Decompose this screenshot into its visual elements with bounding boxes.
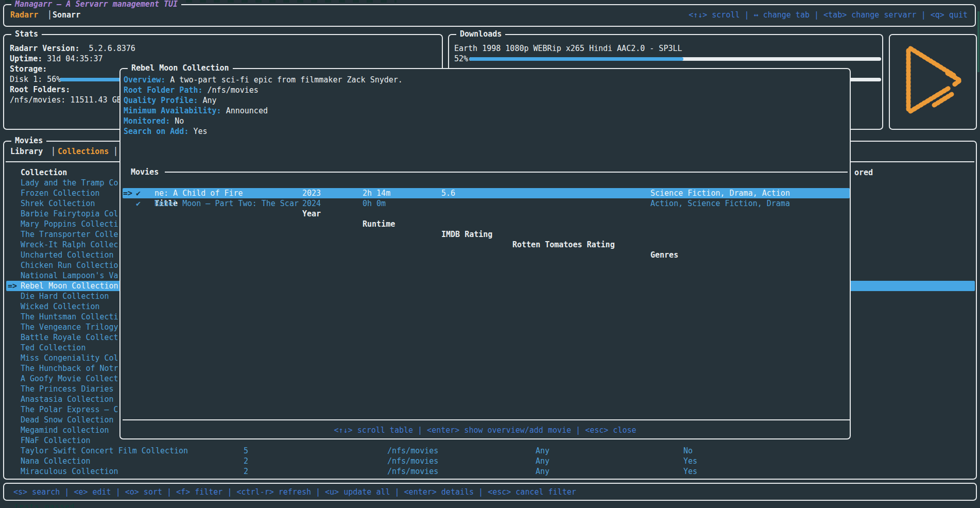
movie-row[interactable]: ✔Rebel Moon – Part Two: The Scar20240h 0…: [121, 198, 850, 209]
app-title: Managarr – A Servarr management TUI: [11, 0, 181, 9]
collection-name: Wicked Collection: [21, 301, 100, 312]
collection-row[interactable]: Taylor Swift Concert Film Collection5/nf…: [4, 446, 976, 456]
collection-column-header: Collection: [21, 167, 67, 178]
collection-quality-profile: Any: [536, 446, 549, 456]
movie-row[interactable]: =>✔ne: A Child of Fire20232h 14m5.6Scien…: [121, 188, 850, 198]
tab-separator: │: [51, 146, 56, 157]
collection-name: Dead Snow Collection: [21, 415, 114, 425]
modal-title: Rebel Moon Collection: [128, 63, 233, 73]
collection-monitored: Yes: [683, 456, 697, 466]
field-label: Root Folder Path:: [124, 86, 203, 95]
collection-field: Overview: A two-part sci-fi epic from fi…: [124, 75, 403, 85]
movie-title: ne: A Child of Fire: [154, 188, 243, 198]
collection-field: Quality Profile: Any: [124, 95, 217, 106]
collection-name: The Transporter Colle: [21, 229, 118, 240]
field-value: Announced: [221, 106, 268, 115]
field-label: Monitored:: [124, 116, 170, 126]
movie-imdb-rating: 5.6: [441, 188, 455, 198]
field-value: Yes: [188, 127, 207, 136]
collection-name: Taylor Swift Concert Film Collection: [21, 446, 188, 456]
collection-name: Rebel Moon Collection: [21, 281, 118, 291]
table-keybind-hints: <s> search | <e> edit | <o> sort | <f> f…: [13, 487, 576, 497]
collection-name: Die Hard Collection: [21, 291, 109, 301]
collection-field: Monitored: No: [124, 116, 184, 126]
collection-name: Megamind collection: [21, 425, 109, 435]
downloads-panel-title: Downloads: [456, 29, 505, 39]
field-label: Quality Profile:: [124, 96, 198, 105]
collection-name: Barbie Fairytopia Col: [21, 209, 118, 219]
collection-name: Frozen Collection: [21, 188, 100, 198]
selection-marker-icon: =>: [123, 188, 132, 198]
collection-row[interactable]: Nana Collection2/nfs/moviesAnyYes: [4, 456, 976, 466]
col-genres: Genres: [650, 250, 678, 260]
radarr-version-label: Radarr Version:: [10, 44, 79, 53]
collection-row[interactable]: Miraculous Collection2/nfs/moviesAnyYes: [4, 466, 976, 477]
collection-monitored: Yes: [683, 466, 697, 477]
tab-sonarr[interactable]: Sonarr: [53, 10, 80, 20]
monitored-check-icon: ✔: [136, 188, 141, 198]
collection-field: Minimum Availability: Announced: [124, 106, 268, 116]
collection-name: The Princess Diaries: [21, 384, 114, 394]
radarr-version: 5.2.6.8376: [89, 44, 135, 53]
radarr-version-value: [79, 44, 89, 53]
col-rotten-tomatoes: Rotten Tomatoes Rating: [512, 240, 615, 250]
monitored-check-icon: ✔: [136, 198, 141, 209]
movie-runtime: 0h 0m: [363, 198, 386, 209]
tab-radarr[interactable]: Radarr: [10, 10, 38, 20]
download-progressbar: [469, 57, 881, 61]
collection-name: The Polar Express – C: [21, 404, 118, 415]
download-progress-fill: [469, 57, 683, 61]
managarr-app: Managarr – A Servarr management TUI Rada…: [0, 0, 980, 508]
modal-table-title: Movies: [131, 167, 159, 177]
global-keybind-hints: <↑↓> scroll | ↔ change tab | <tab> chang…: [689, 10, 968, 20]
field-value: /nfs/movies: [203, 86, 259, 95]
monitored-column-header-fragment: ored: [854, 167, 873, 178]
download-percent-label: 52%: [454, 54, 468, 64]
collection-name: Mary Poppins Collecti: [21, 219, 118, 229]
field-value: No: [170, 116, 184, 126]
collection-name: The Huntsman Collecti: [21, 312, 118, 322]
radarr-ascii-logo-icon: [900, 43, 966, 121]
modal-keybind-hints: <↑↓> scroll table | <enter> show overvie…: [121, 425, 850, 435]
uptime-value: 31d 04:35:37: [47, 54, 102, 63]
collection-field: Search on Add: Yes: [124, 126, 208, 137]
disk-usage-label: Disk 1: 56%: [10, 74, 61, 84]
modal-table-bottom-rule: [123, 419, 850, 420]
movie-runtime: 2h 14m: [363, 188, 390, 198]
collection-name: Nana Collection: [21, 456, 90, 466]
movies-panel-title: Movies: [11, 136, 46, 146]
tab-collections[interactable]: Collections: [58, 146, 109, 157]
collection-root-folder: /nfs/movies: [387, 466, 438, 477]
field-label: Search on Add:: [124, 127, 188, 136]
tab-library[interactable]: Library: [10, 146, 43, 157]
movie-year: 2024: [302, 198, 321, 209]
storage-label: Storage:: [10, 64, 47, 74]
tab-separator: │: [113, 146, 118, 157]
collection-quality-profile: Any: [536, 456, 549, 466]
collection-name: Shrek Collection: [21, 198, 95, 209]
modal-table-title-rule: [165, 172, 848, 173]
terminal-artifact-right: [977, 11, 979, 72]
field-label: Minimum Availability:: [124, 106, 221, 115]
movie-genres: Science Fiction, Drama, Action: [650, 188, 790, 198]
collection-movie-count: 2: [244, 456, 248, 466]
collection-name: Battle Royale Collect: [21, 332, 118, 343]
root-folders-label: Root Folders:: [10, 84, 70, 95]
collection-name: Ted Collection: [21, 343, 85, 353]
movie-genres: Action, Science Fiction, Drama: [650, 198, 790, 209]
collection-quality-profile: Any: [536, 466, 549, 477]
collection-name: National Lampoon's Va: [21, 270, 118, 281]
collection-name: Anastasia Collection: [21, 394, 114, 404]
movie-title: Rebel Moon – Part Two: The Scar: [154, 198, 299, 209]
collection-name: Chicken Run Collectio: [21, 260, 118, 270]
collection-movie-count: 2: [244, 466, 248, 477]
collection-name: Uncharted Collection: [21, 250, 114, 260]
collection-name: Miss Congeniality Col: [21, 353, 118, 363]
logo-panel: [889, 34, 977, 130]
collection-name: The Vengeance Trilogy: [21, 322, 118, 332]
header-bar: Managarr – A Servarr management TUI Rada…: [3, 4, 976, 27]
selection-marker-icon: =>: [8, 281, 17, 291]
root-folder-size: /nfs/movies: 11511.43 GB: [10, 95, 122, 105]
collection-name: A Goofy Movie Collect: [21, 374, 118, 384]
modal-table-header-row: ✔ Title Year Runtime IMDB Rating Rotten …: [121, 178, 850, 188]
